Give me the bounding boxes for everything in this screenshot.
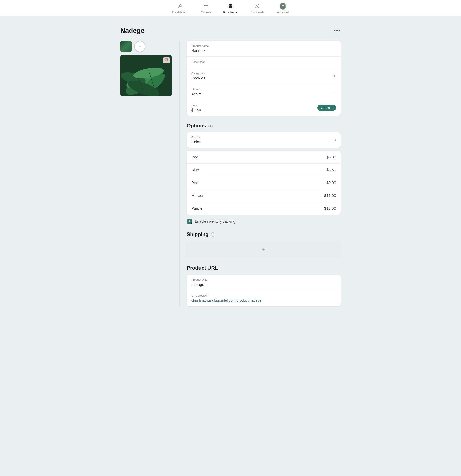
page-header: Nadege ••• <box>120 27 341 35</box>
variant-name-purple: Purple <box>191 206 202 210</box>
product-name-label: Product name <box>191 44 336 47</box>
svg-point-0 <box>179 5 181 6</box>
variant-name-maroon: Maroon <box>191 193 204 198</box>
main-image <box>120 55 172 96</box>
variant-price-purple: $13.50 <box>324 206 336 210</box>
nav-dashboard[interactable]: Dashboard <box>172 3 188 14</box>
main-nav: Dashboard Orders Products Discounts <box>0 0 461 16</box>
page-title: Nadege <box>120 27 144 35</box>
product-name-value[interactable]: Nadege <box>191 48 336 53</box>
nav-discounts[interactable]: Discounts <box>250 3 265 14</box>
table-row[interactable]: Maroon $11.00 <box>187 189 341 202</box>
groups-content: Groups Color <box>191 136 201 144</box>
price-row: Price $3.50 On sale <box>191 104 336 112</box>
delete-image-button[interactable] <box>163 57 170 63</box>
enable-inventory-button[interactable]: + <box>187 219 192 224</box>
status-dropdown-button[interactable]: ⌄ <box>332 89 336 95</box>
product-url-section-title: Product URL <box>187 265 341 271</box>
table-row[interactable]: Blue $3.50 <box>187 164 341 176</box>
groups-chevron-icon: › <box>335 138 336 142</box>
product-url-value[interactable]: nadege <box>191 282 336 287</box>
inventory-row: + Enable inventory tracking <box>187 219 341 224</box>
product-info-card: Product name Nadege Description Categori… <box>187 41 341 116</box>
shipping-section-title: Shipping i <box>187 231 341 237</box>
shipping-info-icon[interactable]: i <box>211 232 215 237</box>
nav-orders[interactable]: Orders <box>201 3 211 14</box>
description-field[interactable]: Description <box>187 57 341 68</box>
product-url-label: Product URL <box>191 278 336 281</box>
products-icon <box>227 3 234 9</box>
more-options-button[interactable]: ••• <box>334 28 341 34</box>
description-label: Description <box>191 60 336 63</box>
svg-rect-1 <box>204 4 208 8</box>
image-panel: + <box>120 41 172 96</box>
variant-price-red: $6.00 <box>326 155 336 159</box>
variants-card: Red $6.00 Blue $3.50 Pink $9.00 Maroon $… <box>187 151 341 215</box>
add-image-button[interactable]: + <box>134 41 145 52</box>
variant-price-maroon: $11.00 <box>324 193 336 198</box>
on-sale-badge: On sale <box>317 105 336 111</box>
nav-products[interactable]: Products <box>223 3 237 14</box>
groups-value: Color <box>191 140 201 144</box>
product-url-card: Product URL nadege URL preview christina… <box>187 275 341 306</box>
content-row: + <box>120 41 341 306</box>
groups-card[interactable]: Groups Color › <box>187 132 341 148</box>
add-category-button[interactable]: + <box>333 73 336 79</box>
shipping-section: Shipping i + <box>187 231 341 258</box>
price-label: Price <box>191 104 201 107</box>
variant-name-pink: Pink <box>191 180 199 185</box>
variant-name-blue: Blue <box>191 168 199 172</box>
categories-row: Categories Cookies + <box>191 72 336 80</box>
categories-content: Categories Cookies <box>191 72 205 80</box>
status-label: Status <box>191 88 202 91</box>
table-row[interactable]: Pink $9.00 <box>187 176 341 189</box>
product-name-field: Product name Nadege <box>187 41 341 57</box>
table-row[interactable]: Purple $13.50 <box>187 202 341 215</box>
form-panel: Product name Nadege Description Categori… <box>187 41 341 306</box>
dashboard-icon <box>177 3 183 9</box>
url-preview-field: URL preview christinagwira.bigcartel.com… <box>187 290 341 306</box>
status-field: Status Active ⌄ <box>187 84 341 100</box>
nav-account[interactable]: C Account <box>277 3 289 14</box>
status-row: Status Active ⌄ <box>191 88 336 96</box>
thumbnail-1[interactable] <box>120 41 132 52</box>
status-content: Status Active <box>191 88 202 96</box>
product-url-section: Product URL Product URL nadege URL previ… <box>187 265 341 306</box>
image-thumbnails: + <box>120 41 172 52</box>
price-content: Price $3.50 <box>191 104 201 112</box>
add-shipping-icon: + <box>262 246 265 253</box>
variant-price-pink: $9.00 <box>326 180 336 185</box>
options-section: Options i Groups Color › Red $6.00 <box>187 123 341 224</box>
orders-icon <box>203 3 209 9</box>
variant-name-red: Red <box>191 155 198 159</box>
inventory-label: Enable inventory tracking <box>195 219 235 224</box>
url-preview-label: URL preview <box>191 294 336 297</box>
discounts-icon <box>254 3 260 9</box>
account-icon: C <box>280 3 286 9</box>
product-url-field: Product URL nadege <box>187 275 341 290</box>
vertical-divider <box>179 41 180 306</box>
options-section-title: Options i <box>187 123 341 129</box>
categories-field: Categories Cookies + <box>187 68 341 84</box>
price-value[interactable]: $3.50 <box>191 108 201 112</box>
account-avatar: C <box>280 3 286 10</box>
status-value: Active <box>191 92 202 96</box>
categories-label: Categories <box>191 72 205 75</box>
variant-price-blue: $3.50 <box>326 168 336 172</box>
options-info-icon[interactable]: i <box>208 124 213 128</box>
svg-marker-2 <box>228 4 233 6</box>
thumbnail-img-1 <box>120 41 132 52</box>
groups-label: Groups <box>191 136 201 139</box>
page-content: Nadege ••• + <box>115 16 346 317</box>
categories-value: Cookies <box>191 76 205 80</box>
add-shipping-button[interactable]: + <box>187 241 341 258</box>
table-row[interactable]: Red $6.00 <box>187 151 341 164</box>
price-field: Price $3.50 On sale <box>187 100 341 116</box>
url-preview-link[interactable]: christinagwira.bigcartel.com/product/nad… <box>191 298 261 302</box>
